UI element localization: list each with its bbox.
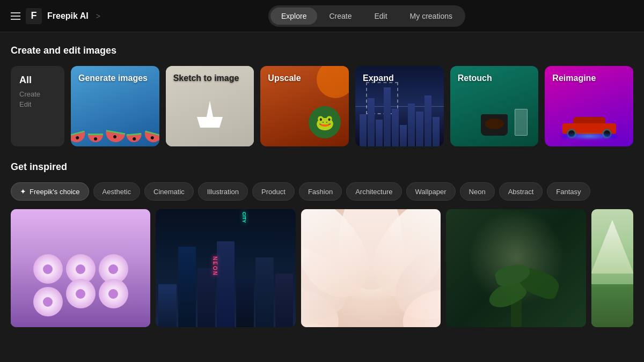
expand-label: Expand: [363, 73, 394, 83]
logo-text: Freepik AI: [47, 11, 89, 21]
chip-label-cinematic: Cinematic: [153, 188, 185, 196]
chip-label-neon: Neon: [469, 188, 486, 196]
chip-label-freepiks-choice: Freepik's choice: [30, 188, 80, 196]
donut-4: [33, 287, 63, 316]
chip-label-product: Product: [261, 188, 286, 196]
tool-card-all[interactable]: All Create Edit: [11, 66, 64, 146]
watermelon-decoration: [71, 131, 159, 142]
retouch-label: Retouch: [458, 73, 492, 83]
chip-abstract[interactable]: Abstract: [499, 182, 543, 201]
gallery: NEON CITY: [11, 209, 633, 327]
glass-icon: [515, 109, 528, 136]
hamburger-icon[interactable]: [11, 12, 20, 20]
chip-label-fashion: Fashion: [308, 188, 333, 196]
logo-icon: F: [26, 8, 42, 24]
flower-image: [301, 209, 441, 327]
donut-1: [33, 254, 63, 284]
sketch-building-icon: [191, 85, 229, 128]
frog-icon: 🐸: [309, 106, 341, 138]
chip-label-wallpaper: Wallpaper: [415, 188, 447, 196]
tool-card-expand[interactable]: Expand: [355, 66, 444, 146]
section-title: Create and edit images: [11, 45, 633, 56]
sketch-label: Sketch to image: [173, 73, 239, 83]
tool-card-reimagine[interactable]: Reimagine: [545, 66, 633, 146]
filter-chips: ✦ Freepik's choice Aesthetic Cinematic I…: [11, 182, 633, 201]
mountain: [591, 220, 633, 274]
tool-card-retouch[interactable]: Retouch: [450, 66, 539, 146]
nav-tab-edit[interactable]: Edit: [363, 8, 398, 25]
create-sub-label[interactable]: Create: [19, 90, 56, 98]
all-label: All: [19, 75, 56, 86]
city-buildings-deco: [355, 93, 444, 146]
chip-fantasy[interactable]: Fantasy: [547, 182, 590, 201]
nav-tab-create[interactable]: Create: [318, 8, 362, 25]
coffee-cup-icon: [481, 114, 508, 136]
upscale-label: Upscale: [268, 73, 301, 83]
chip-label-abstract: Abstract: [508, 188, 534, 196]
chip-label-fantasy: Fantasy: [556, 188, 581, 196]
chip-cinematic[interactable]: Cinematic: [144, 182, 194, 201]
main-content: Create and edit images All Create Edit G…: [0, 32, 644, 340]
chip-wallpaper[interactable]: Wallpaper: [406, 182, 456, 201]
header-left: F Freepik AI >: [11, 8, 100, 24]
tools-row: All Create Edit Generate images Sk: [11, 66, 633, 146]
neon-buildings: [156, 236, 295, 327]
ground: [591, 284, 633, 327]
inspired-title: Get inspired: [11, 161, 633, 173]
nav-tabs: Explore Create Edit My creations: [268, 5, 465, 27]
neon-sign-deco: NEON: [212, 256, 218, 276]
tool-card-sketch[interactable]: Sketch to image: [166, 66, 254, 146]
donut-6: [99, 279, 128, 308]
gallery-item-plant[interactable]: [446, 209, 586, 327]
nav-tab-explore[interactable]: Explore: [270, 8, 317, 25]
chip-label-illustration: Illustration: [207, 188, 239, 196]
chip-label-aesthetic: Aesthetic: [103, 188, 131, 196]
flower-petals: [301, 209, 441, 327]
inspired-section: Get inspired ✦ Freepik's choice Aestheti…: [11, 161, 633, 327]
gallery-item-flower[interactable]: [301, 209, 441, 327]
gallery-item-landscape[interactable]: [591, 209, 633, 327]
gallery-item-city[interactable]: NEON CITY: [156, 209, 295, 327]
chip-architecture[interactable]: Architecture: [346, 182, 401, 201]
plant-image: [446, 209, 586, 327]
donuts-image: [11, 209, 150, 327]
chip-fashion[interactable]: Fashion: [299, 182, 342, 201]
generate-label: Generate images: [78, 73, 148, 83]
donut-5: [66, 279, 96, 308]
star-icon: ✦: [20, 187, 26, 196]
chip-illustration[interactable]: Illustration: [198, 182, 248, 201]
chip-label-architecture: Architecture: [355, 188, 392, 196]
tool-card-upscale[interactable]: 🐸 Upscale: [260, 66, 349, 146]
tool-card-generate[interactable]: Generate images: [71, 66, 159, 146]
gallery-item-donuts[interactable]: [11, 209, 150, 327]
landscape-image: [591, 209, 633, 327]
car-icon: [562, 117, 616, 138]
breadcrumb-arrow: >: [96, 12, 100, 20]
header: F Freepik AI > Explore Create Edit My cr…: [0, 0, 644, 32]
orange-circle-deco: [317, 66, 349, 98]
city-image: NEON CITY: [156, 209, 295, 327]
teal-tower-deco: CITY: [241, 212, 247, 223]
chip-neon[interactable]: Neon: [460, 182, 495, 201]
chip-aesthetic[interactable]: Aesthetic: [93, 182, 140, 201]
chip-freepiks-choice[interactable]: ✦ Freepik's choice: [11, 182, 89, 201]
nav-tab-my-creations[interactable]: My creations: [399, 8, 463, 25]
edit-sub-label[interactable]: Edit: [19, 100, 56, 108]
chip-product[interactable]: Product: [252, 182, 295, 201]
reimagine-label: Reimagine: [552, 73, 596, 83]
donuts-overlay: [27, 254, 134, 316]
